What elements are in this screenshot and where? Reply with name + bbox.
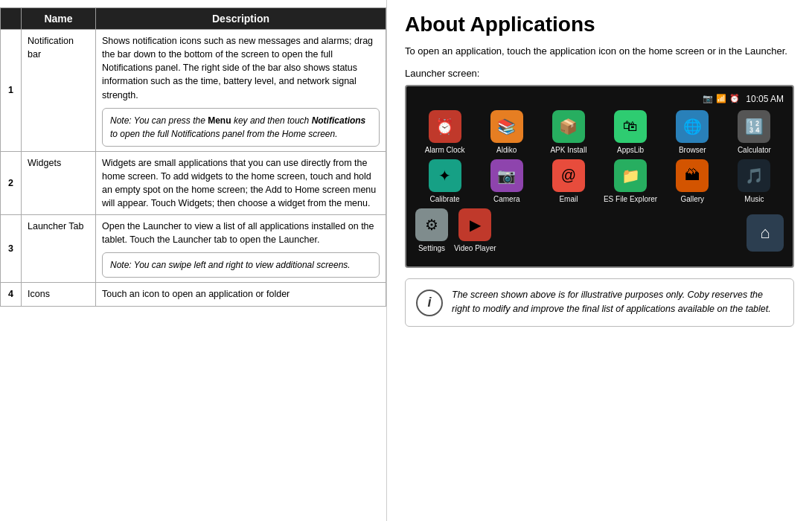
app-icon-calibrate[interactable]: ✦Calibrate (415, 159, 474, 204)
app-label: Music (744, 195, 764, 204)
alarm-status-icon: ⏰ (729, 94, 740, 103)
row-name: Notification bar (22, 30, 96, 152)
info-box: i The screen shown above is for illustra… (405, 278, 794, 327)
app-icon-appslib[interactable]: 🛍AppsLib (601, 110, 659, 155)
app-label: Calculator (738, 146, 771, 155)
sd-icon: 📷 (703, 94, 713, 103)
info-text: The screen shown above is for illustrati… (452, 288, 783, 317)
row-number: 4 (1, 283, 22, 306)
app-grid-row3-container: ⚙Settings▶Video Player ⌂ (415, 208, 784, 258)
row-name: Widgets (22, 151, 96, 215)
app-label: APK Install (550, 146, 586, 155)
app-label: ES File Explorer (604, 195, 657, 204)
app-label: Email (559, 195, 578, 204)
app-icon-alarm[interactable]: ⏰Alarm Clock (415, 110, 474, 155)
row-name: Icons (22, 283, 96, 306)
status-icons: 📷 📶 ⏰ 10:05 AM (703, 94, 784, 104)
row-name: Launcher Tab (22, 215, 96, 283)
row-description: Open the Launcher to view a list of all … (96, 215, 386, 283)
app-icon-apk[interactable]: 📦APK Install (539, 110, 598, 155)
app-icon-camera[interactable]: 📷Camera (477, 159, 536, 204)
features-table: Name Description 1Notification barShows … (0, 7, 386, 307)
app-icon-video[interactable]: ▶Video Player (454, 208, 496, 253)
note-box: Note: You can press the Menu key and the… (102, 108, 380, 147)
left-panel: Name Description 1Notification barShows … (0, 0, 387, 521)
launcher-screen: 📷 📶 ⏰ 10:05 AM ⏰Alarm Clock📚Aldiko📦APK I… (405, 85, 794, 268)
app-icon-settings[interactable]: ⚙Settings (415, 208, 448, 253)
launcher-label: Launcher screen: (405, 68, 794, 79)
note-box: Note: You can swipe left and right to vi… (102, 252, 380, 278)
col-header-description: Description (96, 8, 386, 30)
app-icon-music[interactable]: 🎵Music (725, 159, 784, 204)
intro-text: To open an application, touch the applic… (405, 44, 794, 59)
app-icon-esfile[interactable]: 📁ES File Explorer (601, 159, 659, 204)
app-label: Settings (418, 244, 445, 253)
row-number: 3 (1, 215, 22, 283)
time-display: 10:05 AM (746, 94, 784, 104)
app-label: Calibrate (430, 195, 460, 204)
app-icon-aldiko[interactable]: 📚Aldiko (477, 110, 536, 155)
row-number: 1 (1, 30, 22, 152)
app-label: Video Player (454, 244, 496, 253)
app-icon-browser[interactable]: 🌐Browser (663, 110, 722, 155)
app-label: Alarm Clock (425, 146, 465, 155)
info-icon: i (416, 290, 443, 316)
row-description: Widgets are small applications that you … (96, 151, 386, 215)
col-header-name (1, 8, 22, 30)
launcher-statusbar: 📷 📶 ⏰ 10:05 AM (415, 94, 784, 104)
app-grid-row3: ⚙Settings▶Video Player (415, 208, 747, 253)
right-panel: About Applications To open an applicatio… (387, 0, 812, 521)
row-description: Touch an icon to open an application or … (96, 283, 386, 306)
row-description: Shows notification icons such as new mes… (96, 30, 386, 152)
app-icon-gallery[interactable]: 🏔Gallery (663, 159, 722, 204)
col-header-name-label: Name (22, 8, 96, 30)
app-label: Aldiko (496, 146, 517, 155)
app-grid-row2: ✦Calibrate📷Camera@Email📁ES File Explorer… (415, 159, 784, 204)
app-icon-email[interactable]: @Email (539, 159, 598, 204)
app-grid-row1: ⏰Alarm Clock📚Aldiko📦APK Install🛍AppsLib🌐… (415, 110, 784, 155)
row-number: 2 (1, 151, 22, 215)
wifi-icon: 📶 (716, 94, 726, 103)
app-label: Gallery (680, 195, 704, 204)
home-button[interactable]: ⌂ (747, 214, 784, 252)
app-label: AppsLib (617, 146, 644, 155)
page-title: About Applications (405, 13, 794, 36)
app-label: Browser (679, 146, 706, 155)
app-label: Camera (493, 195, 520, 204)
app-icon-calculator[interactable]: 🔢Calculator (725, 110, 784, 155)
